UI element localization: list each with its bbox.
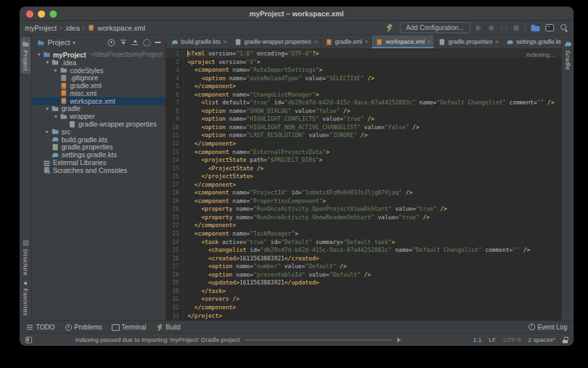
code-line[interactable]: 12 </component> — [166, 140, 561, 148]
code-line[interactable]: 18 <component name="ProjectId" id="1obmt… — [166, 189, 561, 197]
code-line[interactable]: 7 <list default="true" id="db29cd7d-b42d… — [166, 99, 561, 107]
code-area[interactable]: Indexing... 1<?xml version="1.0" encodin… — [166, 49, 561, 320]
line-separator[interactable]: LF — [489, 336, 496, 343]
breadcrumb-item[interactable]: myProject — [25, 24, 57, 32]
code-line[interactable]: 23 <component name="TaskManager"> — [166, 230, 561, 238]
search-everywhere-icon[interactable] — [560, 23, 568, 32]
tab-build.gradle.kts[interactable]: build.gradle.kts× — [167, 35, 231, 48]
tab-gradle-wrapper.properties[interactable]: gradle-wrapper.properties× — [231, 35, 321, 48]
code-line[interactable]: 19 <component name="PropertiesComponent"… — [166, 197, 561, 206]
tree-item-workspace.xml[interactable]: workspace.xml — [32, 97, 165, 105]
tree-item-codeStyles[interactable]: ▸codeStyles — [32, 67, 165, 74]
tab-settings.gradle.kts[interactable]: settings.gradle.kts× — [502, 35, 561, 48]
code-line[interactable]: 32 </component> — [166, 303, 561, 312]
code-line[interactable]: 21 <property name="RunOnceActivity.ShowR… — [166, 213, 561, 222]
code-line[interactable]: 20 <property name="RunOnceActivity.OpenP… — [166, 205, 561, 213]
tree-item-build.gradle.kts[interactable]: build.gradle.kts — [32, 136, 165, 144]
chevron-down-icon[interactable]: ▾ — [73, 40, 75, 46]
breadcrumb-item[interactable]: workspace.xml — [97, 24, 145, 32]
hide-panel-icon[interactable] — [155, 42, 161, 43]
code-line[interactable]: 16 </projectState> — [166, 172, 561, 181]
code-line[interactable]: 5 </component> — [166, 82, 561, 91]
tree-item-External Libraries[interactable]: External Libraries — [32, 159, 165, 166]
code-line[interactable]: 31 <servers /> — [166, 295, 561, 303]
chevron-right-icon[interactable]: ▸ — [52, 67, 59, 73]
close-tab-icon[interactable]: × — [314, 38, 317, 45]
project-panel-title[interactable]: Project — [48, 38, 70, 46]
collapse-all-icon[interactable] — [131, 39, 139, 46]
code-line[interactable]: 33</project> — [166, 312, 561, 320]
tool-stripe-favorites[interactable]: ★ Favorites — [22, 278, 30, 318]
title-bar[interactable]: myProject – workspace.xml — [20, 7, 574, 21]
tree-item-.idea[interactable]: ▾.idea — [32, 59, 165, 67]
chevron-down-icon[interactable]: ▾ — [44, 106, 51, 112]
settings-gear-icon[interactable] — [143, 39, 150, 46]
code-line[interactable]: 1<?xml version="1.0" encoding="UTF-8"?> — [166, 50, 561, 58]
stop-icon[interactable] — [514, 25, 519, 31]
code-line[interactable]: 14 <projectState path="$PROJECT_DIR$"> — [166, 156, 561, 164]
add-configuration-button[interactable]: Add Configuration... — [400, 22, 470, 33]
tree-item-wrapper[interactable]: ▾wrapper — [32, 112, 165, 120]
code-line[interactable]: 15 <ProjectState /> — [166, 164, 561, 173]
breadcrumb-item[interactable]: .idea — [64, 24, 80, 32]
tree-item-.gitignore[interactable]: .gitignore — [32, 74, 165, 82]
code-line[interactable]: 9 <option name="HIGHLIGHT_CONFLICTS" val… — [166, 115, 561, 123]
code-line[interactable]: 28 <option name="presentableId" value="D… — [166, 271, 561, 279]
tree-item-settings.gradle.kts[interactable]: settings.gradle.kts — [32, 151, 165, 159]
code-line[interactable]: 2<project version="4"> — [166, 58, 561, 67]
tree-item-myProject[interactable]: ▾myProject~/IdeaProjects/myProject — [32, 51, 165, 59]
code-line[interactable]: 4 <option name="autoReloadType" value="S… — [166, 74, 561, 83]
tool-window-toggle-icon[interactable] — [25, 337, 32, 343]
run-icon[interactable] — [476, 25, 482, 31]
tool-stripe-gradle[interactable]: Gradle — [563, 37, 573, 72]
code-line[interactable]: 13 <component name="ExternalProjectsData… — [166, 148, 561, 157]
tab-gradle.xml[interactable]: gradle.xml× — [321, 35, 372, 48]
debug-icon[interactable] — [487, 24, 495, 32]
locate-file-icon[interactable] — [108, 39, 115, 46]
indent-style[interactable]: 2 spaces* — [528, 336, 555, 343]
project-structure-icon[interactable] — [531, 24, 540, 32]
tab-workspace.xml[interactable]: workspace.xml× — [372, 35, 434, 48]
minimize-window-button[interactable] — [38, 10, 45, 18]
build-hammer-icon[interactable] — [385, 23, 394, 33]
close-tab-icon[interactable]: × — [427, 38, 431, 45]
readonly-lock-icon[interactable] — [563, 337, 568, 343]
resume-progress-icon[interactable] — [397, 337, 401, 343]
tree-item-gradle.properties[interactable]: gradle.properties — [32, 144, 165, 151]
close-tab-icon[interactable]: × — [223, 38, 227, 45]
code-line[interactable]: 22 </component> — [166, 221, 561, 230]
code-line[interactable]: 6 <component name="ChangeListManager"> — [166, 91, 561, 99]
code-line[interactable]: 25 <changelist id="db29cd7d-b42d-415c-9a… — [166, 246, 561, 254]
expand-all-icon[interactable] — [120, 39, 127, 46]
file-encoding[interactable]: UTF-8 — [503, 336, 521, 343]
code-line[interactable]: 17 </component> — [166, 181, 561, 189]
run-with-coverage-icon[interactable] — [500, 24, 508, 31]
close-tab-icon[interactable]: × — [365, 38, 368, 45]
tool-window-button-todo[interactable]: TODO — [26, 324, 55, 331]
chevron-down-icon[interactable]: ▾ — [44, 59, 51, 65]
tree-item-gradle[interactable]: ▾gradle — [32, 105, 165, 113]
caret-position[interactable]: 1:1 — [473, 336, 482, 343]
code-line[interactable]: 27 <option name="number" value="Default"… — [166, 262, 561, 271]
code-line[interactable]: 8 <option name="SHOW_DIALOG" value="fals… — [166, 107, 561, 115]
code-line[interactable]: 26 <created>1613563883921</created> — [166, 254, 561, 263]
tool-window-button-build[interactable]: Build — [156, 324, 180, 331]
tree-item-misc.xml[interactable]: misc.xml — [32, 89, 165, 97]
tree-item-gradle.xml[interactable]: gradle.xml — [32, 82, 165, 89]
code-line[interactable]: 10 <option name="HIGHLIGHT_NON_ACTIVE_CH… — [166, 123, 561, 132]
close-window-button[interactable] — [26, 10, 33, 18]
tree-item-Scratches and Consoles[interactable]: Scratches and Consoles — [32, 166, 165, 174]
tool-window-button-terminal[interactable]: Terminal — [112, 324, 146, 331]
chevron-right-icon[interactable]: ▸ — [44, 129, 51, 134]
chevron-down-icon[interactable]: ▾ — [35, 52, 42, 57]
tool-window-button-problems[interactable]: Problems — [65, 324, 102, 331]
tree-item-src[interactable]: ▸src — [32, 128, 165, 136]
code-line[interactable]: 29 <updated>1613563883921</updated> — [166, 279, 561, 287]
zoom-window-button[interactable] — [50, 10, 57, 18]
close-tab-icon[interactable]: × — [495, 38, 498, 45]
chevron-down-icon[interactable]: ▾ — [52, 114, 59, 119]
tab-gradle.properties[interactable]: gradle.properties× — [434, 35, 502, 48]
tree-item-gradle-wrapper.properties[interactable]: gradle-wrapper.properties — [32, 120, 165, 128]
code-line[interactable]: 24 <task active="true" id="Default" summ… — [166, 238, 561, 247]
tool-stripe-structure[interactable]: Structure — [22, 237, 30, 278]
